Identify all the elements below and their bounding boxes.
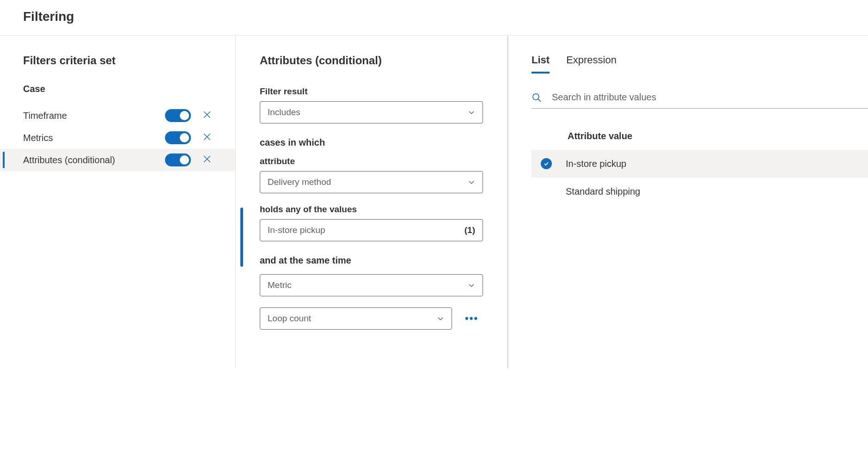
and-same-time-text: and at the same time	[260, 255, 483, 266]
svg-line-7	[538, 99, 541, 102]
more-options-icon[interactable]: •••	[465, 313, 478, 325]
page-title: Filtering	[0, 0, 868, 35]
filter-item-label: Attributes (conditional)	[23, 155, 165, 166]
values-panel: List Expression Attribute value In-store…	[508, 36, 868, 368]
search-icon	[532, 92, 542, 103]
chevron-down-icon	[468, 282, 475, 289]
attribute-value-item[interactable]: Standard shipping	[532, 178, 868, 205]
chevron-down-icon	[468, 178, 475, 186]
attribute-value-label: In-store pickup	[566, 159, 626, 169]
loop-count-select[interactable]: Loop count	[260, 307, 452, 330]
close-icon[interactable]	[202, 110, 212, 122]
cases-in-which-text: cases in which	[260, 137, 483, 148]
filter-item-label: Metrics	[23, 133, 165, 143]
attribute-value-label: Standard shipping	[566, 186, 640, 197]
filter-item-timeframe[interactable]: Timeframe	[0, 104, 235, 127]
svg-point-6	[533, 93, 539, 99]
select-value: Delivery method	[268, 177, 331, 187]
holds-value-text: In-store pickup	[268, 225, 325, 235]
attribute-value-item[interactable]: In-store pickup	[532, 150, 868, 178]
metric-select[interactable]: Metric	[260, 274, 483, 296]
attribute-select[interactable]: Delivery method	[260, 171, 483, 193]
filter-result-label: Filter result	[260, 86, 483, 97]
tab-list[interactable]: List	[532, 54, 550, 74]
filter-item-attributes-conditional[interactable]: Attributes (conditional)	[0, 149, 235, 171]
search-input[interactable]	[552, 92, 859, 103]
filter-item-label: Timeframe	[23, 110, 165, 121]
toggle-attributes[interactable]	[165, 153, 191, 166]
holds-values-label: holds any of the values	[260, 204, 483, 215]
filters-group-case: Case	[0, 84, 235, 94]
holds-values-field[interactable]: In-store pickup (1)	[260, 219, 483, 241]
holds-value-count: (1)	[465, 225, 475, 235]
attributes-conditional-panel: Attributes (conditional) Filter result I…	[236, 36, 508, 368]
tab-expression[interactable]: Expression	[566, 54, 617, 74]
toggle-metrics[interactable]	[165, 131, 191, 144]
close-icon[interactable]	[202, 132, 212, 144]
chevron-down-icon	[468, 109, 475, 116]
toggle-timeframe[interactable]	[165, 109, 191, 122]
active-section-marker	[240, 208, 243, 267]
attribute-value-header: Attribute value	[532, 131, 868, 141]
select-value: Includes	[268, 107, 300, 117]
checkmark-icon	[541, 158, 552, 169]
checkmark-placeholder	[541, 186, 552, 197]
search-row	[532, 92, 868, 109]
filters-criteria-panel: Filters criteria set Case Timeframe Metr…	[0, 36, 236, 368]
chevron-down-icon	[437, 315, 444, 322]
select-value: Metric	[268, 280, 292, 290]
select-value: Loop count	[268, 313, 311, 324]
attribute-label: attribute	[260, 156, 483, 166]
filter-item-metrics[interactable]: Metrics	[0, 127, 235, 149]
filters-criteria-title: Filters criteria set	[0, 54, 235, 67]
tabs: List Expression	[532, 54, 868, 74]
attributes-conditional-title: Attributes (conditional)	[236, 54, 507, 67]
filter-result-select[interactable]: Includes	[260, 101, 483, 123]
close-icon[interactable]	[202, 154, 212, 166]
